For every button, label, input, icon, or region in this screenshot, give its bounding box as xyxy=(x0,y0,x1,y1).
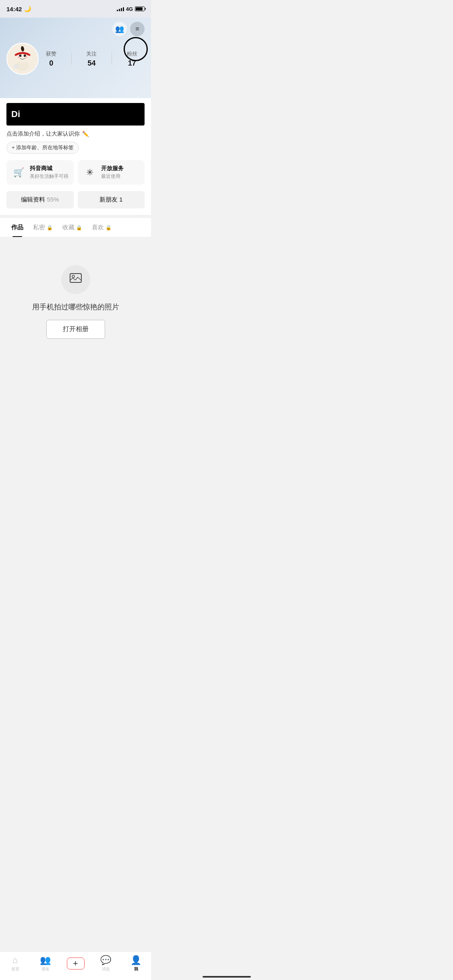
stats-container: 获赞 0 关注 54 粉丝 17 xyxy=(39,50,145,68)
content-tabs: 作品 私密 🔒 收藏 🔒 喜欢 🔒 xyxy=(0,218,151,237)
shop-subtitle: 美好生活触手可得 xyxy=(30,173,68,180)
open-service-icon: ✳ xyxy=(83,165,97,180)
add-tag-button[interactable]: + 添加年龄、所在地等标签 xyxy=(6,142,79,154)
stat-likes[interactable]: 获赞 0 xyxy=(46,50,56,68)
bio-section[interactable]: 点击添加介绍，让大家认识你 ✏️ xyxy=(6,130,145,138)
svg-point-7 xyxy=(25,56,28,58)
stat-followers[interactable]: 粉丝 17 xyxy=(127,50,137,68)
stat-divider-2 xyxy=(112,53,112,65)
bio-text: 点击添加介绍，让大家认识你 xyxy=(6,130,80,138)
service-card-open[interactable]: ✳ 开放服务 最近使用 xyxy=(78,160,145,185)
tags-section: + 添加年龄、所在地等标签 xyxy=(6,142,145,154)
friends-button[interactable]: 👥 xyxy=(112,22,127,36)
friends-icon: 👥 xyxy=(115,25,124,33)
empty-text: 用手机拍过哪些惊艳的照片 xyxy=(32,302,119,312)
status-right: 4G xyxy=(117,6,145,12)
tab-works-label: 作品 xyxy=(11,224,23,231)
tab-works[interactable]: 作品 xyxy=(6,218,28,237)
header-actions: 👥 ≡ xyxy=(6,22,145,36)
open-album-button[interactable]: 打开相册 xyxy=(46,320,105,339)
svg-point-11 xyxy=(72,275,74,278)
profile-body: Di 点击添加介绍，让大家认识你 ✏️ + 添加年龄、所在地等标签 🛒 抖音商城… xyxy=(0,98,151,215)
tab-likes-label: 喜欢 xyxy=(92,224,104,231)
edit-percent: 55% xyxy=(47,196,59,203)
edit-profile-button[interactable]: 编辑资料 55% xyxy=(6,191,74,208)
new-friends-button[interactable]: 新朋友 1 xyxy=(78,191,145,208)
network-label: 4G xyxy=(126,6,133,12)
menu-button[interactable]: ≡ xyxy=(130,22,145,36)
tab-likes[interactable]: 喜欢 🔒 xyxy=(87,218,116,237)
username-bar: Di xyxy=(6,103,145,126)
stat-following[interactable]: 关注 54 xyxy=(86,50,97,68)
edit-icon: ✏️ xyxy=(82,131,89,137)
service-cards: 🛒 抖音商城 美好生活触手可得 ✳ 开放服务 最近使用 xyxy=(6,160,145,185)
svg-point-6 xyxy=(18,56,20,58)
svg-rect-10 xyxy=(70,274,81,282)
shop-info: 抖音商城 美好生活触手可得 xyxy=(30,165,68,180)
service-card-shop[interactable]: 🛒 抖音商城 美好生活触手可得 xyxy=(6,160,74,185)
likes-lock-icon: 🔒 xyxy=(105,225,112,231)
open-service-title: 开放服务 xyxy=(101,165,124,172)
photo-icon xyxy=(69,272,82,287)
username-text: Di xyxy=(11,109,20,119)
moon-icon: 🌙 xyxy=(24,5,31,12)
svg-rect-9 xyxy=(13,65,19,68)
shop-icon: 🛒 xyxy=(11,165,26,180)
add-tag-label: + 添加年龄、所在地等标签 xyxy=(12,144,74,151)
collect-lock-icon: 🔒 xyxy=(76,225,82,231)
open-service-subtitle: 最近使用 xyxy=(101,173,124,180)
avatar[interactable] xyxy=(6,43,39,75)
signal-icon xyxy=(117,6,124,11)
empty-icon-wrapper xyxy=(61,265,90,294)
tab-private[interactable]: 私密 🔒 xyxy=(28,218,58,237)
profile-header: 👥 ≡ xyxy=(0,18,151,98)
profile-info-row: 获赞 0 关注 54 粉丝 17 xyxy=(6,43,145,75)
open-service-info: 开放服务 最近使用 xyxy=(101,165,124,180)
tab-private-label: 私密 xyxy=(33,224,45,231)
content-area: 用手机拍过哪些惊艳的照片 打开相册 xyxy=(0,237,151,358)
avatar-image xyxy=(7,43,38,74)
status-time: 14:42 🌙 xyxy=(6,5,31,12)
private-lock-icon: 🔒 xyxy=(47,225,53,231)
tab-collect[interactable]: 收藏 🔒 xyxy=(58,218,87,237)
tab-collect-label: 收藏 xyxy=(62,224,74,231)
action-row: 编辑资料 55% 新朋友 1 xyxy=(6,191,145,208)
status-bar: 14:42 🌙 4G xyxy=(0,0,151,18)
stat-divider-1 xyxy=(71,53,72,65)
shop-title: 抖音商城 xyxy=(30,165,68,172)
menu-icon: ≡ xyxy=(135,25,139,33)
battery-icon xyxy=(135,6,145,11)
